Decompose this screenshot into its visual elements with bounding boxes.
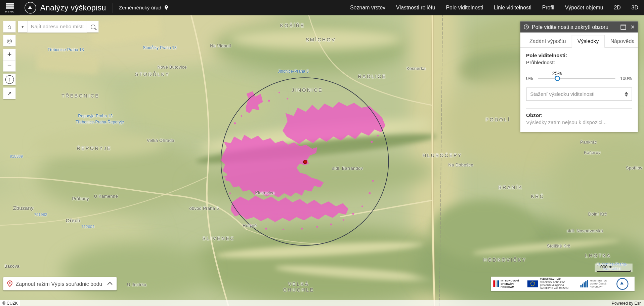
panel-header[interactable]: Pole viditelnosti a zakrytí obzoru × bbox=[520, 22, 638, 33]
transparency-label: Průhlednost: bbox=[526, 60, 632, 65]
menu-button[interactable]: MENU bbox=[0, 0, 20, 15]
clock-icon bbox=[524, 24, 529, 30]
compass-reset-button[interactable]: ↑ bbox=[3, 74, 16, 85]
panel-tabs: Zadání výpočtuVýsledkyNápověda bbox=[520, 33, 638, 48]
zoom-out-button[interactable]: − bbox=[3, 60, 16, 71]
nav-item[interactable]: 2D bbox=[614, 4, 620, 10]
scalebar-bar bbox=[597, 270, 630, 272]
search-widget: ▾ bbox=[18, 21, 99, 32]
no-results-text: Výsledky zatím nejsou k dispozici... bbox=[526, 120, 632, 125]
search-source-dropdown[interactable]: ▾ bbox=[18, 21, 28, 32]
zoom-in-button[interactable]: + bbox=[3, 49, 16, 60]
plus-icon: + bbox=[7, 50, 12, 59]
viewshed-panel: Pole viditelnosti a zakrytí obzoru × Zad… bbox=[520, 22, 638, 132]
chevron-down-icon: ▾ bbox=[22, 25, 24, 29]
location-pin-icon bbox=[164, 5, 168, 10]
menu-label: MENU bbox=[5, 10, 14, 13]
coordinate-mode-label: Zapnout režim Výpis souřadnic bodu bbox=[15, 280, 102, 286]
close-icon[interactable]: × bbox=[631, 24, 634, 30]
powered-by-text: Powered by Esri bbox=[612, 301, 644, 305]
hamburger-icon bbox=[6, 2, 14, 9]
nav-item[interactable]: Vlastnosti reliéfu bbox=[396, 4, 435, 10]
section-title-viewshed: Pole viditelnosti: bbox=[526, 52, 632, 58]
org-link[interactable]: Zeměměřický úřad bbox=[113, 3, 172, 12]
nav-item[interactable]: Seznam vrstev bbox=[350, 4, 385, 10]
transparency-slider: 0% 25% 100% bbox=[526, 76, 632, 81]
iop-logo-icon bbox=[493, 280, 499, 287]
scalebar-label: 1 000 m bbox=[597, 264, 630, 269]
slider-thumb[interactable] bbox=[555, 75, 560, 81]
panel-body: Pole viditelnosti: Průhlednost: 0% 25% 1… bbox=[520, 48, 638, 132]
maximize-icon[interactable] bbox=[620, 25, 626, 30]
tab[interactable]: Nápověda bbox=[605, 35, 641, 48]
nav-item[interactable]: Pole viditelnosti bbox=[446, 4, 483, 10]
select-spinner-icon bbox=[625, 92, 628, 97]
attribution-bar: © ČÚZK Powered by Esri bbox=[0, 300, 644, 306]
slider-max-label: 100% bbox=[620, 76, 632, 81]
eu-flag-icon bbox=[527, 280, 538, 288]
chevron-up-icon bbox=[107, 282, 113, 287]
search-button[interactable] bbox=[87, 21, 98, 32]
tab[interactable]: Zadání výpočtu bbox=[524, 35, 572, 48]
ministry-logo-icon bbox=[581, 280, 588, 288]
divider bbox=[526, 108, 632, 109]
app-header: MENU Analýzy výškopisu Zeměměřický úřad … bbox=[0, 0, 644, 15]
slider-track[interactable]: 25% bbox=[538, 78, 615, 79]
locate-button[interactable]: ◎ bbox=[3, 35, 16, 46]
coordinate-mode-button[interactable]: Zapnout režim Výpis souřadnic bodu bbox=[3, 277, 117, 290]
ministry-logo: Ministerstvo vnitra České republiky bbox=[581, 279, 614, 289]
share-button[interactable]: ↗ bbox=[3, 87, 16, 99]
cuzk-logo-icon bbox=[616, 278, 628, 290]
zoom-control: + − bbox=[3, 49, 16, 71]
search-icon bbox=[91, 25, 95, 29]
tab[interactable]: Výsledky bbox=[572, 35, 605, 48]
home-icon: ⌂ bbox=[7, 23, 11, 30]
minus-icon: − bbox=[7, 62, 12, 70]
funding-logos: Integrovaný operační program EVROPSKÁ UN… bbox=[491, 277, 635, 291]
slider-min-label: 0% bbox=[526, 76, 533, 81]
app-logo-icon bbox=[25, 2, 36, 13]
main-nav: Seznam vrstevVlastnosti reliéfuPole vidi… bbox=[339, 4, 644, 10]
iop-logo: Integrovaný operační program bbox=[493, 279, 524, 289]
panel-title: Pole viditelnosti a zakrytí obzoru bbox=[532, 24, 620, 30]
north-arrow-icon: ↑ bbox=[5, 75, 14, 84]
section-title-horizon: Obzor: bbox=[526, 113, 632, 118]
home-button[interactable]: ⌂ bbox=[3, 21, 16, 32]
nav-item[interactable]: Profil bbox=[542, 4, 554, 10]
nav-item[interactable]: Linie viditelnosti bbox=[494, 4, 531, 10]
attribution-text: © ČÚZK bbox=[0, 300, 20, 306]
download-result-select[interactable]: Stažení výsledku viditelnosti bbox=[526, 87, 632, 101]
eu-logo: EVROPSKÁ UNIEEVROPSKÝ FOND PRO REGIONÁLN… bbox=[527, 278, 577, 290]
locate-icon: ◎ bbox=[7, 37, 12, 44]
page-title: Analýzy výškopisu bbox=[40, 3, 106, 12]
scalebar: 1 000 m bbox=[595, 264, 632, 272]
observer-point[interactable] bbox=[303, 160, 307, 164]
nav-item[interactable]: Výpočet objemu bbox=[565, 4, 603, 10]
org-label: Zeměměřický úřad bbox=[119, 5, 162, 10]
map-pin-icon bbox=[7, 280, 13, 287]
search-input[interactable] bbox=[28, 21, 87, 32]
nav-item[interactable]: 3D bbox=[632, 4, 638, 10]
open-in-new-icon: ↗ bbox=[7, 90, 12, 97]
